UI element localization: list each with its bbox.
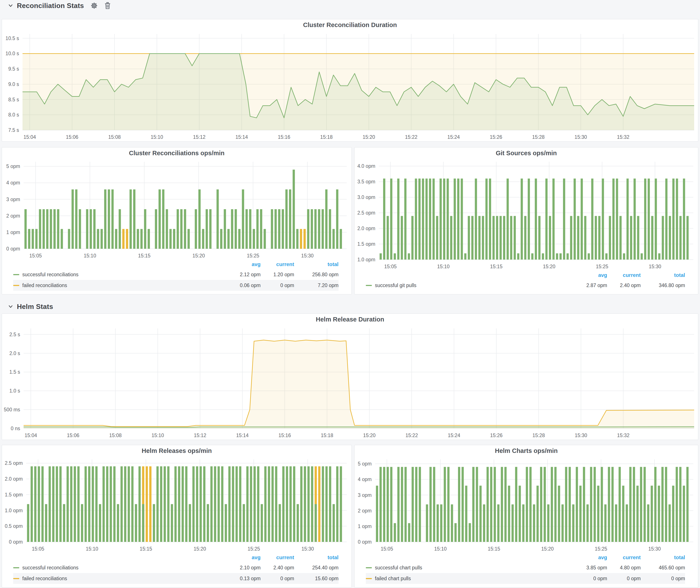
legend-current-value: 0 opm (261, 576, 294, 582)
svg-text:15:10: 15:10 (437, 264, 450, 269)
svg-text:15:20: 15:20 (543, 264, 555, 269)
svg-text:15:20: 15:20 (363, 134, 375, 140)
svg-text:15:15: 15:15 (488, 546, 500, 552)
legend-series[interactable]: failed reconciliations (13, 576, 222, 582)
legend-header-total[interactable]: total (294, 261, 339, 267)
legend-row-failed-reconciliations: failed reconciliations 0.06 opm 0 opm 7.… (13, 280, 339, 291)
panel-title[interactable]: Helm Releases ops/min (2, 445, 352, 456)
section-title[interactable]: Helm Stats (17, 303, 53, 311)
chart-helm-charts-ops[interactable]: 0 opm1 opm2 opm3 opm4 opm5 opm15:0515:10… (355, 456, 698, 553)
svg-text:5 opm: 5 opm (358, 461, 372, 467)
svg-text:15:05: 15:05 (29, 253, 42, 258)
legend-header-total[interactable]: total (641, 272, 685, 278)
legend-row-successful-reconciliations: successful reconciliations 2.10 opm 2.40… (13, 562, 339, 573)
svg-text:15:16: 15:16 (279, 433, 291, 438)
svg-text:7.5 s: 7.5 s (8, 127, 19, 133)
legend-current-value: 0 opm (261, 283, 294, 288)
legend-series[interactable]: successful reconciliations (13, 272, 222, 278)
svg-text:15:08: 15:08 (109, 433, 122, 438)
legend-series[interactable]: failed chart pulls (366, 576, 568, 582)
legend-header-avg[interactable]: avg (222, 554, 261, 561)
svg-text:15:15: 15:15 (140, 546, 152, 552)
svg-text:15:22: 15:22 (405, 433, 418, 438)
series-color-dash (13, 578, 19, 579)
legend-header-current[interactable]: current (607, 272, 641, 278)
legend-avg-value: 2.10 opm (222, 565, 261, 571)
legend-row-successful-reconciliations: successful reconciliations 2.12 opm 1.20… (13, 269, 339, 280)
chart-helm-release-duration[interactable]: 0 ns500 ms1.0 s1.5 s2.0 s2.5 s15:0415:06… (2, 325, 698, 440)
panel-title[interactable]: Helm Release Duration (2, 314, 698, 325)
svg-text:1.0 s: 1.0 s (9, 388, 20, 394)
chart-cluster-reconciliations-ops[interactable]: 0 opm1 opm2 opm3 opm4 opm5 opm15:0515:10… (2, 159, 352, 260)
svg-text:15:04: 15:04 (24, 433, 37, 438)
svg-text:15:05: 15:05 (32, 546, 44, 552)
svg-text:15:10: 15:10 (86, 546, 98, 552)
legend-series[interactable]: successful git pulls (366, 283, 568, 288)
gear-icon[interactable] (90, 2, 98, 9)
bar-chart[interactable]: 0 opm1 opm2 opm3 opm4 opm5 opm15:0515:10… (2, 159, 352, 260)
svg-text:15:20: 15:20 (194, 546, 206, 552)
chart-cluster-reconciliation-duration[interactable]: 7.5 s8.0 s8.5 s9.0 s9.5 s10.0 s10.5 s15:… (2, 31, 698, 141)
bar-chart[interactable]: 0 opm0.5 opm1.0 opm1.5 opm2.0 opm2.5 opm… (2, 456, 352, 553)
series-color-dash (366, 285, 372, 286)
legend-header-current[interactable]: current (261, 554, 294, 561)
panel-git-sources-ops: Git Sources ops/min 1.0 opm1.5 opm2.0 op… (354, 147, 698, 294)
bar-chart[interactable]: 0 opm1 opm2 opm3 opm4 opm5 opm15:0515:10… (355, 456, 698, 553)
svg-text:0.5 opm: 0.5 opm (5, 523, 23, 529)
svg-text:1 opm: 1 opm (358, 523, 372, 529)
bar-chart[interactable]: 1.0 opm1.5 opm2.0 opm2.5 opm3.0 opm3.5 o… (355, 159, 698, 270)
legend-header-avg[interactable]: avg (568, 272, 607, 278)
svg-text:15:10: 15:10 (152, 433, 164, 438)
trash-icon[interactable] (104, 2, 111, 9)
panel-title[interactable]: Cluster Reconciliations ops/min (2, 147, 352, 159)
svg-text:8.5 s: 8.5 s (8, 97, 19, 102)
svg-text:15:26: 15:26 (490, 134, 502, 140)
panel-helm-release-duration: Helm Release Duration 0 ns500 ms1.0 s1.5… (2, 313, 698, 440)
legend-series[interactable]: successful chart pulls (366, 565, 568, 571)
svg-text:1 opm: 1 opm (6, 229, 20, 235)
svg-text:1.0 opm: 1.0 opm (5, 508, 23, 513)
chevron-down-icon[interactable] (8, 304, 13, 309)
legend-avg-value: 0.13 opm (222, 576, 261, 582)
panel-title[interactable]: Cluster Reconciliation Duration (2, 19, 698, 31)
line-chart[interactable]: 0 ns500 ms1.0 s1.5 s2.0 s2.5 s15:0415:06… (2, 325, 698, 440)
chart-helm-releases-ops[interactable]: 0 opm0.5 opm1.0 opm1.5 opm2.0 opm2.5 opm… (2, 456, 352, 553)
legend-header-avg[interactable]: avg (222, 261, 261, 267)
line-chart[interactable]: 7.5 s8.0 s8.5 s9.0 s9.5 s10.0 s10.5 s15:… (2, 31, 698, 141)
svg-text:4 opm: 4 opm (358, 477, 372, 482)
panel-title[interactable]: Helm Charts ops/min (355, 445, 698, 456)
svg-text:15:25: 15:25 (596, 264, 608, 269)
svg-text:15:14: 15:14 (236, 433, 249, 438)
legend-header-current[interactable]: current (607, 554, 641, 561)
svg-text:15:06: 15:06 (67, 433, 79, 438)
svg-text:8.0 s: 8.0 s (8, 112, 19, 118)
svg-text:15:20: 15:20 (192, 253, 205, 258)
section-header-reconciliation-stats[interactable]: Reconciliation Stats (5, 0, 111, 11)
svg-text:10.5 s: 10.5 s (5, 36, 19, 41)
chevron-down-icon[interactable] (8, 3, 13, 8)
svg-text:15:25: 15:25 (248, 546, 260, 552)
legend-total-value: 346.80 opm (641, 283, 685, 288)
svg-text:15:15: 15:15 (490, 264, 503, 269)
section-header-helm-stats[interactable]: Helm Stats (5, 301, 53, 312)
svg-text:0 opm: 0 opm (9, 539, 23, 545)
svg-text:15:28: 15:28 (532, 433, 545, 438)
legend-header-total[interactable]: total (294, 554, 339, 561)
legend-series[interactable]: failed reconciliations (13, 283, 222, 288)
legend-header-avg[interactable]: avg (568, 554, 607, 561)
legend-header-current[interactable]: current (261, 261, 294, 267)
chart-git-sources-ops[interactable]: 1.0 opm1.5 opm2.0 opm2.5 opm3.0 opm3.5 o… (355, 159, 698, 270)
svg-text:15:12: 15:12 (193, 134, 206, 140)
svg-text:15:18: 15:18 (321, 433, 333, 438)
legend-row-failed-reconciliations: failed reconciliations 0.13 opm 0 opm 15… (13, 573, 339, 584)
svg-text:15:10: 15:10 (434, 546, 447, 552)
svg-text:15:30: 15:30 (575, 433, 587, 438)
legend-header-total[interactable]: total (641, 554, 685, 561)
svg-text:15:25: 15:25 (595, 546, 607, 552)
legend-series[interactable]: successful reconciliations (13, 565, 222, 571)
panel-title[interactable]: Git Sources ops/min (355, 147, 698, 159)
series-color-dash (13, 274, 19, 275)
svg-text:15:30: 15:30 (302, 546, 314, 552)
series-color-dash (13, 285, 19, 286)
section-title[interactable]: Reconciliation Stats (17, 2, 84, 10)
